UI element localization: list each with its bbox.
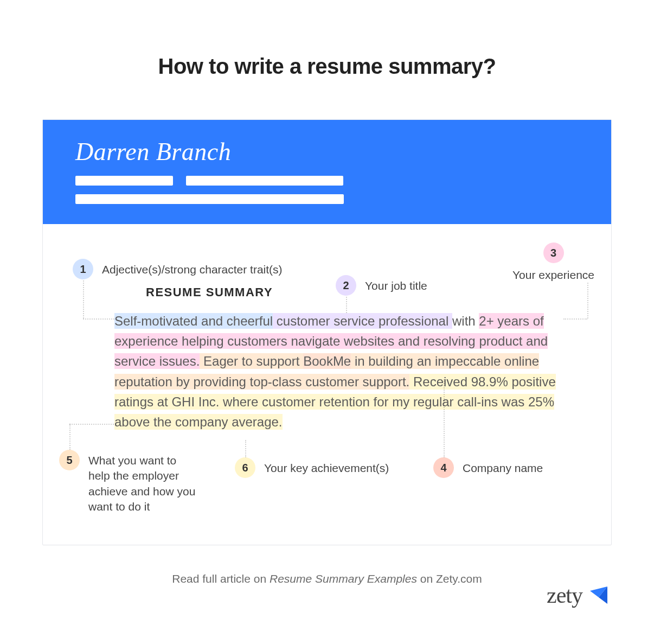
brand-mark-icon — [588, 584, 610, 606]
brand-logo: zety — [547, 582, 610, 608]
placeholder-row-1 — [75, 176, 579, 186]
annotation-1: 1 Adjective(s)/strong character trait(s) — [73, 259, 333, 279]
connector-1h — [83, 318, 114, 320]
annotation-6: 6 Your key achievement(s) — [235, 457, 389, 478]
segment-plain-with: with — [452, 314, 479, 328]
resume-name: Darren Branch — [75, 137, 579, 166]
segment-job-title: customer service professional — [273, 313, 452, 329]
segment-adjectives: Self-motivated and cheerful — [114, 313, 273, 329]
connector-1 — [83, 280, 84, 318]
badge-5: 5 — [59, 450, 80, 470]
badge-1: 1 — [73, 259, 93, 279]
summary-body: Self-motivated and cheerful customer ser… — [114, 311, 592, 432]
connector-4 — [444, 379, 445, 457]
annotation-1-label: Adjective(s)/strong character trait(s) — [102, 259, 283, 277]
segment-goal-pre: Eager to support — [200, 353, 303, 369]
annotation-6-label: Your key achievement(s) — [264, 457, 389, 476]
badge-2: 2 — [336, 275, 356, 296]
footer-suffix: on Zety.com — [417, 572, 482, 585]
page-title: How to write a resume summary? — [0, 0, 654, 79]
annotation-5: 5 What you want to help the employer ach… — [59, 450, 197, 514]
placeholder-bar — [75, 194, 344, 204]
annotation-2-label: Your job title — [365, 275, 427, 294]
annotation-2: 2 Your job title — [336, 275, 427, 296]
footer-link: Resume Summary Examples — [270, 572, 417, 585]
resume-card: Darren Branch 1 Adjective(s)/strong char… — [42, 119, 612, 545]
segment-company: BookMe — [303, 353, 351, 369]
annotation-5-label: What you want to help the employer achie… — [88, 450, 197, 514]
brand-name: zety — [547, 582, 582, 608]
connector-5h — [69, 424, 114, 425]
placeholder-bar — [186, 176, 343, 186]
connector-6 — [245, 440, 246, 457]
badge-6: 6 — [235, 457, 255, 478]
annotation-3: 3 Your experience — [512, 243, 594, 283]
resume-header: Darren Branch — [43, 120, 611, 224]
connector-5 — [69, 424, 70, 450]
annotation-4: 4 Company name — [433, 457, 543, 478]
placeholder-bar — [75, 176, 173, 186]
placeholder-row-2 — [75, 194, 579, 204]
badge-3: 3 — [543, 243, 564, 263]
badge-4: 4 — [433, 457, 454, 478]
footer-prefix: Read full article on — [172, 572, 270, 585]
section-heading: RESUME SUMMARY — [146, 285, 273, 299]
annotation-4-label: Company name — [463, 457, 543, 476]
annotation-3-label: Your experience — [512, 267, 594, 283]
